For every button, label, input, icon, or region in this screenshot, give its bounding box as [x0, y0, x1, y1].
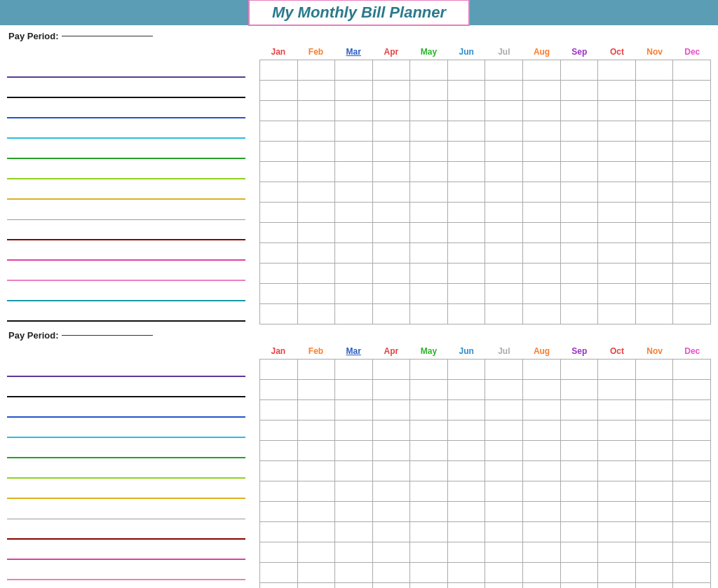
grid-cell[interactable] — [485, 203, 523, 223]
grid-cell[interactable] — [260, 284, 298, 304]
grid-cell[interactable] — [635, 304, 673, 324]
grid-cell[interactable] — [372, 81, 410, 101]
grid-cell[interactable] — [598, 81, 636, 101]
grid-cell[interactable] — [635, 542, 673, 563]
grid-cell[interactable] — [335, 441, 373, 461]
grid-cell[interactable] — [260, 583, 298, 589]
grid-cell[interactable] — [447, 81, 485, 101]
grid-cell[interactable] — [523, 461, 561, 481]
grid-cell[interactable] — [635, 81, 673, 101]
grid-cell[interactable] — [372, 223, 410, 243]
bill-line-7[interactable] — [7, 182, 259, 202]
grid-cell[interactable] — [485, 182, 523, 203]
grid-cell[interactable] — [410, 400, 448, 421]
grid-cell[interactable] — [635, 522, 673, 542]
grid-cell[interactable] — [447, 162, 485, 182]
grid-cell[interactable] — [598, 421, 636, 441]
grid-cell[interactable] — [560, 304, 598, 324]
grid-cell[interactable] — [523, 264, 561, 284]
grid-cell[interactable] — [335, 522, 373, 542]
grid-cell[interactable] — [560, 522, 598, 542]
grid-cell[interactable] — [335, 284, 373, 304]
grid-cell[interactable] — [410, 441, 448, 461]
grid-cell[interactable] — [297, 461, 335, 481]
grid-cell[interactable] — [598, 502, 636, 522]
grid-cell[interactable] — [523, 563, 561, 583]
grid-cell[interactable] — [260, 162, 298, 182]
grid-cell[interactable] — [485, 522, 523, 542]
grid-cell[interactable] — [560, 441, 598, 461]
grid-cell[interactable] — [335, 360, 373, 380]
grid-cell[interactable] — [372, 441, 410, 461]
grid-cell[interactable] — [447, 243, 485, 264]
grid-cell[interactable] — [560, 461, 598, 481]
grid-cell[interactable] — [673, 421, 711, 441]
grid-cell[interactable] — [598, 400, 636, 421]
grid-cell[interactable] — [447, 223, 485, 243]
grid-cell[interactable] — [297, 522, 335, 542]
bill-line-12[interactable] — [7, 283, 259, 303]
grid-cell[interactable] — [673, 284, 711, 304]
grid-cell[interactable] — [560, 400, 598, 421]
grid-cell[interactable] — [635, 380, 673, 400]
grid-cell[interactable] — [372, 522, 410, 542]
grid-cell[interactable] — [598, 284, 636, 304]
grid-cell[interactable] — [260, 60, 298, 81]
grid-cell[interactable] — [372, 121, 410, 142]
grid-cell[interactable] — [673, 542, 711, 563]
grid-cell[interactable] — [635, 243, 673, 264]
grid-cell[interactable] — [372, 142, 410, 162]
grid-cell[interactable] — [335, 162, 373, 182]
grid-cell[interactable] — [485, 542, 523, 563]
grid-cell[interactable] — [297, 360, 335, 380]
grid-cell[interactable] — [410, 502, 448, 522]
grid-cell[interactable] — [560, 264, 598, 284]
grid-cell[interactable] — [260, 182, 298, 203]
grid-cell[interactable] — [410, 101, 448, 121]
grid-cell[interactable] — [673, 182, 711, 203]
bill-line-s2-3[interactable] — [7, 399, 259, 420]
grid-cell[interactable] — [523, 360, 561, 380]
grid-cell[interactable] — [335, 421, 373, 441]
bill-line-6[interactable] — [7, 161, 259, 182]
grid-cell[interactable] — [598, 441, 636, 461]
grid-cell[interactable] — [673, 583, 711, 589]
grid-cell[interactable] — [372, 583, 410, 589]
bill-line-s2-2[interactable] — [7, 379, 259, 399]
grid-cell[interactable] — [523, 583, 561, 589]
grid-cell[interactable] — [410, 264, 448, 284]
grid-cell[interactable] — [523, 400, 561, 421]
grid-cell[interactable] — [598, 60, 636, 81]
grid-cell[interactable] — [260, 563, 298, 583]
grid-cell[interactable] — [335, 223, 373, 243]
grid-cell[interactable] — [372, 461, 410, 481]
grid-cell[interactable] — [260, 542, 298, 563]
grid-cell[interactable] — [635, 284, 673, 304]
grid-cell[interactable] — [560, 121, 598, 142]
grid-cell[interactable] — [485, 421, 523, 441]
grid-cell[interactable] — [673, 400, 711, 421]
grid-cell[interactable] — [598, 142, 636, 162]
grid-cell[interactable] — [447, 522, 485, 542]
grid-cell[interactable] — [673, 461, 711, 481]
grid-cell[interactable] — [635, 60, 673, 81]
grid-cell[interactable] — [335, 400, 373, 421]
grid-cell[interactable] — [297, 441, 335, 461]
grid-cell[interactable] — [673, 203, 711, 223]
grid-cell[interactable] — [372, 421, 410, 441]
grid-cell[interactable] — [297, 121, 335, 142]
grid-cell[interactable] — [560, 481, 598, 502]
grid-cell[interactable] — [485, 60, 523, 81]
grid-cell[interactable] — [447, 284, 485, 304]
grid-cell[interactable] — [673, 81, 711, 101]
grid-cell[interactable] — [297, 400, 335, 421]
grid-cell[interactable] — [485, 121, 523, 142]
grid-cell[interactable] — [335, 81, 373, 101]
grid-cell[interactable] — [260, 101, 298, 121]
grid-cell[interactable] — [447, 461, 485, 481]
grid-cell[interactable] — [523, 142, 561, 162]
grid-cell[interactable] — [335, 502, 373, 522]
grid-cell[interactable] — [447, 264, 485, 284]
grid-cell[interactable] — [523, 182, 561, 203]
grid-cell[interactable] — [447, 481, 485, 502]
